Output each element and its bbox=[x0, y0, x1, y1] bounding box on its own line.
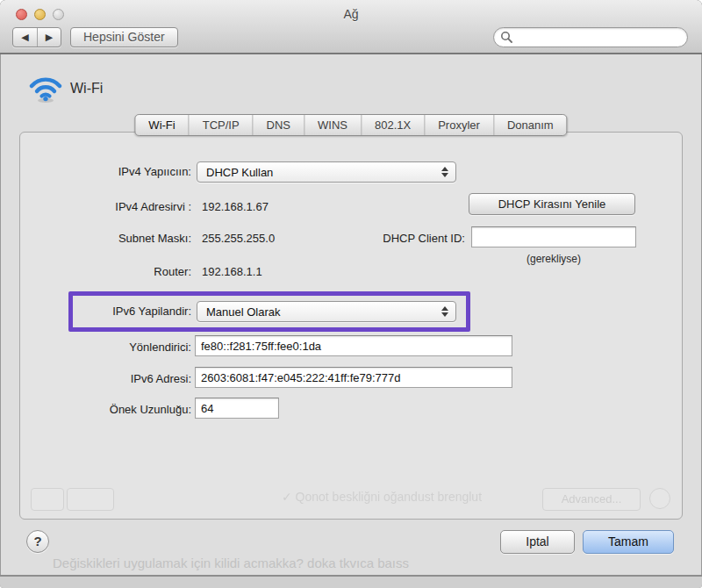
ghost-add-button bbox=[31, 488, 64, 511]
ipv6-router-input[interactable] bbox=[195, 335, 512, 356]
tab-8021x[interactable]: 802.1X bbox=[361, 115, 424, 135]
tab-tcpip[interactable]: TCP/IP bbox=[189, 115, 253, 135]
ipv4-address-label: IPv4 Adresirvi : bbox=[32, 198, 191, 216]
search-input[interactable] bbox=[493, 27, 688, 47]
ipv6-method-value: Manuel Olarak bbox=[206, 305, 281, 319]
tab-donanim[interactable]: Donanım bbox=[493, 115, 567, 135]
ghost-remove-button bbox=[67, 488, 114, 511]
tab-wins[interactable]: WINS bbox=[304, 115, 361, 135]
ghost-footer-text: Değiskikleri uygulamak için kilidi acmak… bbox=[53, 556, 544, 570]
popup-stepper-icon bbox=[441, 167, 448, 177]
popup-stepper-icon bbox=[441, 306, 448, 317]
window-chrome: Ağ ◀ ▶ Hepsini Göster bbox=[0, 0, 702, 54]
prefix-length-label: Önek Uzunluğu: bbox=[32, 401, 191, 419]
router-value: 192.168.1.1 bbox=[202, 263, 377, 281]
back-button[interactable]: ◀ bbox=[13, 28, 37, 47]
ipv6-method-popup[interactable]: Manuel Olarak bbox=[197, 301, 456, 322]
window-title: Ağ bbox=[0, 7, 702, 21]
show-all-button[interactable]: Hepsini Göster bbox=[70, 27, 178, 47]
window-bottom-strip bbox=[0, 577, 702, 588]
ghost-checkbox-text: ✓ Qonot beskliğni oğandust brenglut bbox=[237, 490, 526, 504]
ipv4-method-popup[interactable]: DHCP Kullan bbox=[197, 161, 456, 183]
help-button[interactable]: ? bbox=[26, 530, 49, 553]
service-name: Wi-Fi bbox=[70, 81, 103, 97]
tab-dns[interactable]: DNS bbox=[253, 115, 304, 135]
ipv6-address-input[interactable] bbox=[195, 367, 512, 388]
search-field-wrap bbox=[493, 27, 688, 47]
ipv4-address-value: 192.168.1.67 bbox=[202, 198, 377, 216]
ipv6-address-label: IPv6 Adresi: bbox=[32, 370, 191, 388]
network-preferences-window: Ağ ◀ ▶ Hepsini Göster Wi-Fi Wi-Fi TCP/IP… bbox=[0, 0, 702, 588]
ok-button[interactable]: Tamam bbox=[583, 530, 674, 554]
settings-pane bbox=[19, 132, 683, 520]
ghost-check-icon: ✓ bbox=[282, 490, 292, 504]
dhcp-client-id-label: DHCP Client ID: bbox=[338, 230, 465, 247]
ghost-help-button bbox=[649, 488, 670, 509]
wifi-icon bbox=[29, 74, 62, 104]
dhcp-client-id-input[interactable] bbox=[471, 226, 636, 247]
nav-buttons: ◀ ▶ bbox=[12, 27, 61, 47]
prefix-length-input[interactable] bbox=[195, 398, 279, 419]
ipv4-method-label: IPv4 Yapııcıın: bbox=[32, 163, 191, 181]
dhcp-client-id-hint: (gerekliyse) bbox=[471, 253, 636, 265]
tab-proxyler[interactable]: Proxyler bbox=[424, 115, 493, 135]
forward-button[interactable]: ▶ bbox=[37, 28, 61, 47]
tab-bar: Wi-Fi TCP/IP DNS WINS 802.1X Proxyler Do… bbox=[134, 114, 567, 136]
dhcp-renew-button[interactable]: DHCP Kirasını Yenile bbox=[469, 193, 635, 215]
router-label: Router: bbox=[32, 263, 191, 281]
ipv6-method-label: IPv6 Yapilandir: bbox=[32, 303, 191, 320]
cancel-button[interactable]: Iptal bbox=[500, 530, 575, 554]
tab-wifi[interactable]: Wi-Fi bbox=[135, 115, 188, 135]
ipv4-method-value: DHCP Kullan bbox=[206, 166, 273, 179]
ipv6-router-label: Yönlendirici: bbox=[32, 339, 191, 356]
search-icon bbox=[500, 31, 512, 43]
subnet-label: Subnet Maskı: bbox=[32, 230, 191, 247]
ghost-advanced-button: Advanced... bbox=[542, 488, 641, 511]
